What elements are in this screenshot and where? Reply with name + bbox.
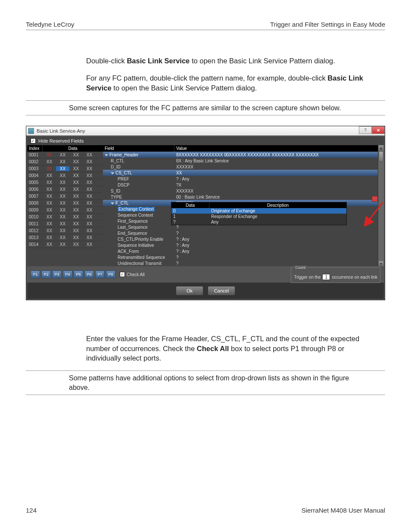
count-legend: Count [294, 265, 307, 270]
field-row[interactable]: CS_CTL/Priority Enable? : Any [103, 236, 384, 242]
data-row[interactable]: 0012XXXXXXXX [27, 227, 103, 234]
ok-button[interactable]: Ok [176, 286, 203, 296]
dd-header-data: Data [171, 202, 209, 208]
trigger-text-pre: Trigger on the [294, 275, 321, 280]
intro-paragraph-2: For any FC pattern, double-click the pat… [86, 73, 372, 93]
field-row[interactable]: S_IDXXXXXX [103, 188, 384, 194]
cancel-button[interactable]: Cancel [208, 286, 235, 296]
port-button-p3[interactable]: P3 [52, 271, 62, 278]
close-button[interactable]: ✕ [372, 126, 385, 134]
data-row[interactable]: 00018XXXXXXX [27, 152, 103, 159]
value-header: Value [174, 145, 384, 152]
check-all-checkbox[interactable]: ✓ [120, 272, 125, 277]
footer-right: SierraNet M408 User Manual [302, 507, 385, 514]
page-number: 124 [26, 507, 37, 514]
doc-header-left: Teledyne LeCroy [26, 21, 75, 28]
ports-row: P1P2P3P4P5P6P7P8 ✓ Check All Count Trigg… [27, 266, 384, 283]
dropdown-option[interactable]: ?Any [171, 219, 346, 225]
port-button-p2[interactable]: P2 [41, 271, 51, 278]
dialog-title: Basic Link Service-Any [37, 128, 85, 134]
value-dropdown-popup[interactable]: Data Description 0Originator of Exchange… [171, 202, 347, 225]
scroll-up-icon[interactable]: ▲ [379, 145, 383, 150]
field-row[interactable]: PREF? : Any [103, 176, 384, 182]
doc-header-right: Trigger and Filter Settings in Easy Mode [270, 21, 385, 28]
data-bytes-pane: Index Data 00018XXXXXXX0002XXXXXXXX00030… [27, 145, 103, 266]
field-row[interactable]: R_CTL8X : Any Basic Link Service [103, 158, 384, 164]
index-header: Index [27, 145, 43, 152]
scroll-down-icon[interactable]: ▼ [379, 261, 383, 266]
data-row[interactable]: 0007XXXXXXXX [27, 193, 103, 200]
port-button-p6[interactable]: P6 [84, 271, 94, 278]
intro-paragraph-1: Double-click Basic Link Service to open … [86, 56, 372, 65]
data-row[interactable]: 0006XXXXXXXX [27, 186, 103, 193]
data-header: Data [43, 145, 103, 152]
trigger-text-post: occurrence on each link [332, 275, 377, 280]
data-row[interactable]: 0010XXXXXXXX [27, 214, 103, 221]
dropdown-option[interactable]: 0Originator of Exchange [171, 208, 346, 214]
right-scrollbar[interactable]: ▲ ▼ [378, 145, 384, 266]
field-row[interactable]: End_Sequence? [103, 230, 384, 236]
basic-link-service-dialog: Basic Link Service-Any ? ✕ ✓ Hide Reserv… [26, 126, 385, 300]
port-button-p7[interactable]: P7 [95, 271, 105, 278]
data-row[interactable]: 000300XXXXXX [27, 165, 103, 172]
hide-reserved-label: Hide Reserved Fields [38, 138, 84, 143]
field-row[interactable]: ACK_Form? : Any [103, 248, 384, 254]
dialog-titlebar[interactable]: Basic Link Service-Any ? ✕ [26, 126, 385, 136]
port-button-p8[interactable]: P8 [106, 271, 115, 278]
field-row[interactable]: D_IDXXXXXX [103, 164, 384, 170]
data-row[interactable]: 0013XXXXXXXX [27, 234, 103, 241]
help-button[interactable]: ? [359, 126, 372, 134]
data-row[interactable]: 0014XXXXXXXX [27, 241, 103, 248]
dialog-icon [28, 128, 34, 134]
after-paragraph: Enter the values for the Frame Header, C… [86, 334, 372, 363]
port-button-p4[interactable]: P4 [63, 271, 72, 278]
dd-header-desc: Description [209, 202, 346, 208]
data-row[interactable]: 0008XXXXXXXX [27, 200, 103, 207]
data-row[interactable]: 0005XXXXXXXX [27, 179, 103, 186]
field-row[interactable]: CS_CTLXX [103, 170, 384, 176]
count-group: Count Trigger on the 1 occurrence on eac… [291, 267, 380, 283]
hide-reserved-checkbox[interactable]: ✓ [31, 138, 36, 143]
header-rule [26, 30, 385, 30]
field-row[interactable]: TYPE00 : Basic Link Service [103, 194, 384, 200]
dropdown-option[interactable]: 1Responder of Exchange [171, 214, 346, 219]
field-row[interactable]: Sequence Initiative? : Any [103, 242, 384, 248]
port-button-p1[interactable]: P1 [31, 271, 40, 278]
scroll-thumb[interactable] [379, 151, 383, 162]
field-value-pane: Field Value Frame_Header8XXXXXXX XXXXXXX… [103, 145, 384, 266]
field-header: Field [103, 145, 174, 152]
data-row[interactable]: 0002XXXXXXXX [27, 159, 103, 165]
field-row[interactable]: Unidirectional Transmit? [103, 260, 384, 266]
data-row[interactable]: 0011XXXXXXXX [27, 221, 103, 227]
field-row[interactable]: DSCP?X [103, 182, 384, 188]
field-row[interactable]: Frame_Header8XXXXXXX XXXXXXXX 00XXXXXX X… [103, 152, 384, 158]
value-picker-button[interactable] [372, 196, 378, 202]
field-row[interactable]: Retransmitted Sequence? [103, 254, 384, 260]
port-button-p5[interactable]: P5 [74, 271, 83, 278]
data-row[interactable]: 0009XXXXXXXX [27, 207, 103, 214]
occurrence-input[interactable]: 1 [322, 274, 330, 280]
note-box-2: Some patterns have additional options to… [26, 370, 385, 395]
check-all-label: Check All [127, 272, 145, 277]
data-row[interactable]: 0004XXXXXXXX [27, 172, 103, 179]
note-box-1: Some screen captures for the FC patterns… [26, 100, 385, 116]
